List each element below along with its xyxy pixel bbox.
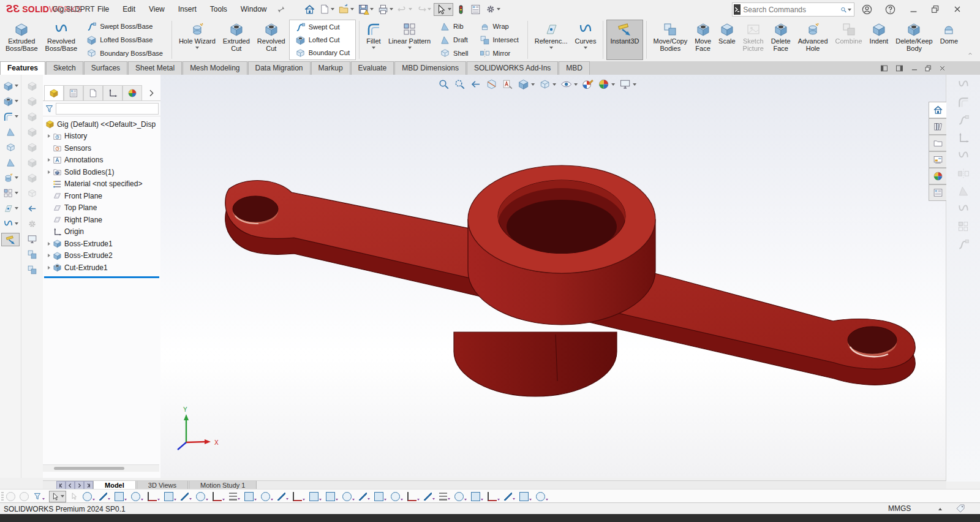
shortcut-shell-button[interactable]	[2, 141, 19, 153]
3d-views-tab[interactable]: 3D Views	[137, 481, 188, 490]
account-icon[interactable]	[858, 0, 876, 18]
move-entities-button[interactable]	[359, 493, 370, 501]
home-button[interactable]	[303, 4, 317, 15]
search-icon[interactable]	[840, 5, 847, 15]
hole-wizard-button[interactable]: Hole Wizard	[175, 20, 219, 60]
rib-button[interactable]: Rib	[437, 20, 471, 33]
previous-view-button[interactable]	[470, 78, 481, 90]
revolved-cut-button[interactable]: RevolvedCut	[254, 20, 289, 60]
filter-funnel-icon[interactable]	[45, 104, 54, 113]
sketch-fillet-button[interactable]	[213, 492, 225, 501]
tree-filter-input[interactable]	[56, 103, 159, 115]
doc-close-button[interactable]	[935, 63, 949, 73]
mirror-button[interactable]: Mirror	[477, 47, 522, 59]
doc-minimize-button[interactable]	[908, 63, 921, 73]
tab-surfaces[interactable]: Surfaces	[84, 61, 127, 75]
display-manager-tab[interactable]	[123, 85, 142, 100]
hole-wizard-caret[interactable]	[195, 47, 199, 49]
rollback-bar[interactable]	[44, 276, 159, 278]
curves-button[interactable]: Curves	[571, 20, 600, 60]
redo-button[interactable]	[415, 4, 432, 15]
linear-sketch-pattern-button[interactable]	[326, 492, 338, 501]
shortcut-rib-button[interactable]	[2, 126, 19, 138]
search-input[interactable]	[741, 6, 840, 14]
file-properties-button[interactable]	[469, 4, 483, 15]
view-settings-button[interactable]	[619, 78, 636, 90]
indent-button[interactable]: Indent	[866, 20, 892, 60]
copy-entities-button[interactable]	[374, 492, 386, 501]
delete-face-button[interactable]: DeleteFace	[767, 20, 794, 60]
rapid-sketch-button[interactable]	[519, 492, 532, 501]
quick-snaps-button[interactable]	[504, 493, 515, 501]
convert-entities-button[interactable]	[244, 492, 257, 501]
scale-button[interactable]: Scale	[715, 20, 739, 60]
linear-pattern-caret[interactable]	[408, 47, 412, 49]
window-close-button[interactable]	[948, 0, 967, 18]
zoom-to-area-button[interactable]	[454, 78, 466, 90]
mirror-entities-button[interactable]	[309, 492, 322, 501]
instant3d-button[interactable]: Instant3D	[606, 20, 643, 60]
open-button[interactable]	[337, 4, 355, 15]
tree-horizontal-scrollbar[interactable]	[43, 464, 159, 472]
tree-item-boss-extrude1[interactable]: Boss-Extrude1	[43, 238, 160, 250]
advanced-hole-button[interactable]: AdvancedHole	[794, 20, 832, 60]
shortcut-instant3d-button[interactable]	[1, 233, 20, 246]
undo-button[interactable]	[396, 4, 413, 15]
tab-evaluate[interactable]: Evaluate	[351, 61, 394, 75]
fillet-caret[interactable]	[372, 47, 375, 49]
selection-filter-button[interactable]	[33, 492, 45, 501]
linear-pattern-button[interactable]: Linear Pattern	[385, 20, 434, 60]
shortcut-draft-button[interactable]	[2, 156, 19, 168]
sketch-point-button[interactable]	[83, 492, 95, 501]
sketch-text-button[interactable]	[229, 493, 240, 501]
zoom-to-fit-button[interactable]	[438, 78, 450, 90]
dynamic-annotation-views-button[interactable]	[502, 78, 513, 90]
window-minimize-button[interactable]	[904, 0, 922, 18]
copy-bodies-button[interactable]	[23, 248, 40, 260]
dock-pane-left-icon[interactable]	[877, 63, 891, 73]
save-button[interactable]	[356, 4, 375, 15]
tab-mbd-dimensions[interactable]: MBD Dimensions	[394, 61, 466, 75]
shortcut-linear-pattern-button[interactable]	[2, 187, 19, 199]
options-gear-button[interactable]	[484, 4, 502, 15]
intersect-button[interactable]: Intersect	[477, 34, 522, 47]
revolved-boss-base-button[interactable]: RevolvedBoss/Base	[42, 20, 81, 60]
model-tab[interactable]: Model	[93, 481, 136, 490]
dock-pane-right-icon[interactable]	[892, 63, 906, 73]
unit-system-selector[interactable]: MMGS	[888, 504, 911, 513]
filter-tool-icon[interactable]	[20, 492, 29, 501]
extruded-boss-base-button[interactable]: ExtrudedBoss/Base	[2, 20, 42, 60]
edit-appearance-button[interactable]	[582, 78, 594, 90]
tree-item-history[interactable]: History	[43, 130, 160, 143]
shortcut-reference-geometry-button[interactable]	[2, 202, 19, 214]
shell-button[interactable]: Shell	[437, 47, 471, 59]
custom-properties-tab[interactable]	[929, 184, 946, 201]
ribbon-collapse-chevron[interactable]	[967, 51, 974, 56]
lofted-cut-button[interactable]: Lofted Cut	[292, 34, 353, 46]
property-manager-tab[interactable]	[64, 85, 83, 100]
part-3d-model[interactable]: Y X	[160, 75, 946, 478]
shortcut-extruded-cut-button[interactable]	[2, 95, 19, 107]
tab-data-migration[interactable]: Data Migration	[248, 61, 311, 75]
display-relations-button[interactable]	[471, 492, 483, 501]
tab-mesh-modeling[interactable]: Mesh Modeling	[183, 61, 247, 75]
tree-item-origin[interactable]: Origin	[43, 226, 160, 238]
boundary-cut-button[interactable]: Boundary Cut	[292, 47, 353, 59]
view-orientation-button[interactable]	[518, 78, 535, 90]
tree-item-material[interactable]: Material <not specified>	[43, 178, 160, 191]
sketch-ellipse-button[interactable]	[196, 492, 208, 501]
help-icon[interactable]	[881, 0, 899, 18]
menu-tools[interactable]: Tools	[203, 2, 234, 16]
sketch-spline-button[interactable]	[181, 493, 192, 501]
sketch-rectangle-button[interactable]	[115, 492, 127, 501]
tab-sketch[interactable]: Sketch	[46, 61, 83, 75]
copy-bodies-button[interactable]	[23, 263, 40, 276]
pin-menu-icon[interactable]	[273, 2, 289, 17]
print-button[interactable]	[376, 4, 394, 15]
dome-button[interactable]: Dome	[937, 20, 962, 60]
featuremanager-design-tree-tab[interactable]	[44, 85, 64, 100]
delete-keep-body-button[interactable]: Delete/KeepBody	[892, 20, 937, 60]
swept-cut-button[interactable]: Swept Cut	[292, 21, 353, 33]
menu-window[interactable]: Window	[234, 2, 274, 16]
shortcut-curves-button[interactable]	[2, 218, 19, 230]
